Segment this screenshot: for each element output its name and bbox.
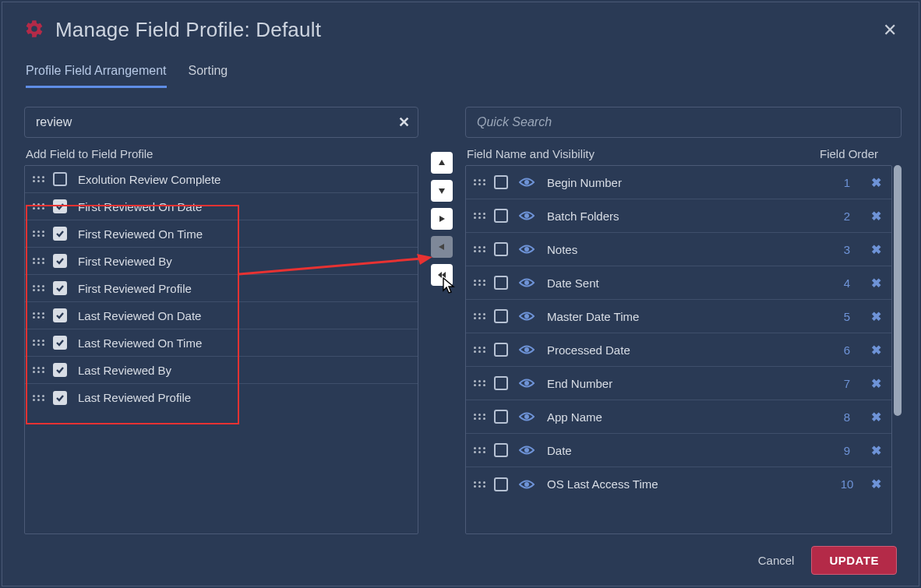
list-item[interactable]: App Name8✖ bbox=[466, 400, 891, 434]
list-item[interactable]: Date Sent4✖ bbox=[466, 266, 891, 300]
list-item-label: First Reviewed Profile bbox=[78, 282, 411, 295]
visibility-icon[interactable] bbox=[519, 177, 535, 188]
drag-handle-icon[interactable] bbox=[33, 340, 45, 346]
list-item[interactable]: Last Reviewed Profile bbox=[25, 384, 418, 411]
move-left-all-button[interactable] bbox=[431, 264, 453, 286]
drag-handle-icon[interactable] bbox=[33, 395, 45, 401]
drag-handle-icon[interactable] bbox=[474, 447, 486, 453]
checkbox[interactable] bbox=[494, 376, 508, 390]
list-item[interactable]: Master Date Time5✖ bbox=[466, 300, 891, 333]
visibility-icon[interactable] bbox=[519, 244, 535, 255]
scrollbar-thumb[interactable] bbox=[894, 165, 902, 416]
scrollbar[interactable] bbox=[894, 165, 902, 534]
drag-handle-icon[interactable] bbox=[474, 380, 486, 386]
remove-icon[interactable]: ✖ bbox=[866, 276, 885, 290]
list-item[interactable]: Last Reviewed On Date bbox=[25, 302, 418, 329]
remove-icon[interactable]: ✖ bbox=[866, 175, 885, 190]
checkbox[interactable] bbox=[53, 199, 67, 213]
update-button[interactable]: UPDATE bbox=[811, 546, 897, 575]
right-header-order: Field Order bbox=[820, 147, 897, 160]
visibility-icon[interactable] bbox=[519, 411, 535, 422]
drag-handle-icon[interactable] bbox=[33, 312, 45, 319]
remove-icon[interactable]: ✖ bbox=[866, 343, 885, 357]
drag-handle-icon[interactable] bbox=[474, 414, 486, 420]
checkbox[interactable] bbox=[53, 281, 67, 295]
checkbox[interactable] bbox=[53, 254, 67, 268]
checkbox[interactable] bbox=[494, 443, 508, 457]
drag-handle-icon[interactable] bbox=[33, 367, 45, 373]
visibility-icon[interactable] bbox=[519, 445, 535, 456]
remove-icon[interactable]: ✖ bbox=[866, 242, 885, 257]
list-item[interactable]: Notes3✖ bbox=[466, 233, 891, 266]
remove-icon[interactable]: ✖ bbox=[866, 309, 885, 324]
close-icon[interactable]: ✕ bbox=[883, 22, 897, 39]
mid-controls bbox=[420, 107, 464, 534]
list-item[interactable]: First Reviewed On Date bbox=[25, 193, 418, 220]
drag-handle-icon[interactable] bbox=[474, 179, 486, 185]
move-left-button[interactable] bbox=[431, 236, 453, 258]
checkbox[interactable] bbox=[53, 172, 67, 186]
right-panel: Field Name and Visibility Field Order Be… bbox=[465, 107, 902, 534]
drag-handle-icon[interactable] bbox=[33, 285, 45, 291]
list-item[interactable]: Exolution Review Complete bbox=[25, 166, 418, 193]
move-up-button[interactable] bbox=[431, 152, 453, 174]
list-item[interactable]: Begin Number1✖ bbox=[466, 166, 891, 199]
visibility-icon[interactable] bbox=[519, 344, 535, 355]
tab-profile-field-arrangement[interactable]: Profile Field Arrangement bbox=[26, 64, 167, 88]
checkbox[interactable] bbox=[494, 343, 508, 357]
list-item[interactable]: Date9✖ bbox=[466, 434, 891, 467]
drag-handle-icon[interactable] bbox=[474, 246, 486, 252]
checkbox[interactable] bbox=[53, 363, 67, 377]
right-search-input[interactable] bbox=[477, 115, 893, 129]
visibility-icon[interactable] bbox=[519, 311, 535, 322]
checkbox[interactable] bbox=[494, 242, 508, 256]
left-search-input[interactable] bbox=[36, 115, 398, 129]
list-item[interactable]: Processed Date6✖ bbox=[466, 333, 891, 367]
drag-handle-icon[interactable] bbox=[474, 280, 486, 286]
remove-icon[interactable]: ✖ bbox=[866, 376, 885, 391]
checkbox[interactable] bbox=[494, 477, 508, 491]
checkbox[interactable] bbox=[494, 309, 508, 323]
svg-point-6 bbox=[524, 180, 529, 185]
checkbox[interactable] bbox=[53, 336, 67, 350]
move-down-button[interactable] bbox=[431, 180, 453, 202]
checkbox[interactable] bbox=[494, 410, 508, 424]
list-item[interactable]: OS Last Access Time10✖ bbox=[466, 467, 891, 501]
list-item[interactable]: Last Reviewed By bbox=[25, 357, 418, 384]
checkbox[interactable] bbox=[494, 209, 508, 223]
checkbox[interactable] bbox=[53, 308, 67, 322]
tab-sorting[interactable]: Sorting bbox=[189, 64, 228, 88]
drag-handle-icon[interactable] bbox=[33, 203, 45, 209]
drag-handle-icon[interactable] bbox=[474, 481, 486, 488]
visibility-icon[interactable] bbox=[519, 210, 535, 221]
visibility-icon[interactable] bbox=[519, 378, 535, 389]
move-right-button[interactable] bbox=[431, 208, 453, 230]
list-item[interactable]: Last Reviewed On Time bbox=[25, 329, 418, 357]
checkbox[interactable] bbox=[53, 391, 67, 405]
drag-handle-icon[interactable] bbox=[474, 313, 486, 319]
list-item[interactable]: First Reviewed Profile bbox=[25, 275, 418, 302]
clear-search-icon[interactable]: ✕ bbox=[398, 114, 410, 131]
cancel-button[interactable]: Cancel bbox=[758, 554, 795, 567]
drag-handle-icon[interactable] bbox=[33, 258, 45, 264]
remove-icon[interactable]: ✖ bbox=[866, 209, 885, 224]
drag-handle-icon[interactable] bbox=[474, 213, 486, 219]
checkbox[interactable] bbox=[494, 276, 508, 290]
visibility-icon[interactable] bbox=[519, 479, 535, 490]
checkbox[interactable] bbox=[53, 227, 67, 241]
remove-icon[interactable]: ✖ bbox=[866, 443, 885, 458]
list-item[interactable]: Batch Folders2✖ bbox=[466, 199, 891, 233]
visibility-icon[interactable] bbox=[519, 277, 535, 288]
checkbox[interactable] bbox=[494, 175, 508, 189]
drag-handle-icon[interactable] bbox=[474, 347, 486, 353]
drag-handle-icon[interactable] bbox=[33, 176, 45, 182]
content: ✕ Add Field to Field Profile Exolution R… bbox=[2, 88, 919, 534]
remove-icon[interactable]: ✖ bbox=[866, 477, 885, 491]
list-item[interactable]: First Reviewed By bbox=[25, 248, 418, 275]
drag-handle-icon[interactable] bbox=[33, 231, 45, 237]
remove-icon[interactable]: ✖ bbox=[866, 410, 885, 424]
list-item[interactable]: First Reviewed On Time bbox=[25, 220, 418, 248]
list-item[interactable]: End Number7✖ bbox=[466, 367, 891, 400]
tabs: Profile Field Arrangement Sorting bbox=[2, 48, 919, 88]
list-item-label: OS Last Access Time bbox=[547, 477, 827, 491]
